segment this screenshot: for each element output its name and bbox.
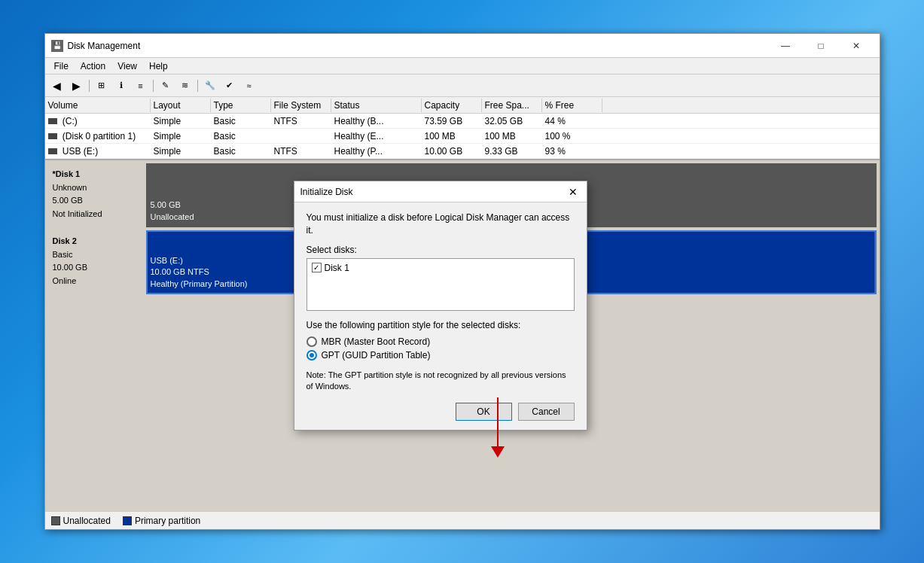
gpt-note: Note: The GPT partition style is not rec… — [306, 370, 575, 393]
partition-style-label: Use the following partition style for th… — [306, 320, 575, 330]
disk-management-window: 💾 Disk Management — □ ✕ File Action View… — [44, 33, 880, 530]
dialog-body: You must initialize a disk before Logica… — [294, 202, 587, 430]
dialog-buttons: OK Cancel — [306, 403, 575, 421]
select-disks-label: Select disks: — [306, 245, 575, 255]
gpt-option[interactable]: GPT (GUID Partition Table) — [306, 350, 575, 361]
disk-list: ✓ Disk 1 — [306, 258, 575, 311]
initialize-disk-dialog: Initialize Disk ✕ You must initialize a … — [294, 181, 587, 431]
disk-1-list-label: Disk 1 — [325, 263, 349, 273]
mbr-radio[interactable] — [306, 336, 317, 347]
dialog-title: Initialize Disk — [300, 187, 353, 197]
dialog-overlay: Initialize Disk ✕ You must initialize a … — [45, 34, 880, 529]
disk-1-checkbox[interactable]: ✓ — [312, 263, 322, 272]
dialog-description: You must initialize a disk before Logica… — [306, 212, 575, 237]
dialog-close-button[interactable]: ✕ — [566, 184, 581, 199]
gpt-radio[interactable] — [306, 350, 317, 361]
radio-group: MBR (Master Boot Record) GPT (GUID Parti… — [306, 336, 575, 361]
arrow-head — [491, 446, 505, 458]
ok-button[interactable]: OK — [456, 403, 512, 421]
gpt-label: GPT (GUID Partition Table) — [322, 350, 431, 361]
dialog-title-bar: Initialize Disk ✕ — [294, 181, 587, 202]
disk-list-item-0[interactable]: ✓ Disk 1 — [310, 262, 571, 274]
mbr-label: MBR (Master Boot Record) — [322, 336, 431, 347]
cancel-button[interactable]: Cancel — [518, 403, 575, 421]
mbr-option[interactable]: MBR (Master Boot Record) — [306, 336, 575, 347]
